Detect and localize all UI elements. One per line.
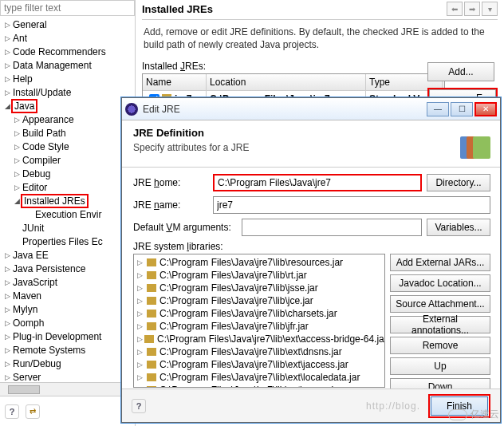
expand-icon[interactable]: ▷ bbox=[13, 170, 21, 178]
expand-icon[interactable]: ▷ bbox=[3, 360, 11, 368]
tree-item-java[interactable]: ◢Java bbox=[0, 99, 135, 112]
expand-icon[interactable]: ▷ bbox=[13, 156, 21, 164]
expand-icon[interactable]: ▷ bbox=[137, 310, 145, 318]
tree-item-run-debug[interactable]: ▷Run/Debug bbox=[0, 357, 135, 370]
forward-button[interactable]: ➡ bbox=[464, 2, 480, 16]
expand-icon[interactable]: ▷ bbox=[3, 34, 11, 42]
library-item[interactable]: ▷C:\Program Files\Java\jre7\lib\ext\jacc… bbox=[134, 358, 384, 371]
expand-icon[interactable]: ▷ bbox=[137, 271, 145, 279]
library-item[interactable]: ▷C:\Program Files\Java\jre7\lib\jfr.jar bbox=[134, 320, 384, 333]
back-button[interactable]: ⬅ bbox=[447, 2, 463, 16]
library-item[interactable]: ▷C:\Program Files\Java\jre7\lib\resource… bbox=[134, 256, 384, 269]
jre-home-input[interactable] bbox=[213, 174, 422, 191]
expand-icon[interactable]: ▷ bbox=[137, 348, 145, 356]
library-item[interactable]: ▷C:\Program Files\Java\jre7\lib\ext\dnsn… bbox=[134, 345, 384, 358]
filter-input[interactable] bbox=[0, 0, 135, 16]
add-button[interactable]: Add... bbox=[427, 62, 494, 81]
expand-icon[interactable]: ▷ bbox=[3, 306, 11, 314]
expand-icon[interactable]: ▷ bbox=[3, 48, 11, 56]
expand-icon[interactable]: ▷ bbox=[3, 251, 11, 259]
tree-item-general[interactable]: ▷General bbox=[0, 18, 135, 31]
tree-item-execution-envir[interactable]: Execution Envir bbox=[0, 207, 135, 221]
col-location[interactable]: Location bbox=[207, 74, 366, 90]
tree-item-data-management[interactable]: ▷Data Management bbox=[0, 58, 135, 72]
minimize-button[interactable]: — bbox=[427, 102, 449, 116]
dialog-titlebar[interactable]: Edit JRE — ☐ ✕ bbox=[122, 98, 500, 120]
tree-item-maven[interactable]: ▷Maven bbox=[0, 289, 135, 302]
tree-item-compiler[interactable]: ▷Compiler bbox=[0, 153, 135, 167]
expand-icon[interactable]: ▷ bbox=[3, 346, 11, 354]
expand-icon[interactable]: ▷ bbox=[137, 322, 145, 330]
expand-icon[interactable]: ▷ bbox=[3, 333, 11, 341]
tree-item-server[interactable]: ▷Server bbox=[0, 370, 135, 382]
expand-icon[interactable]: ▷ bbox=[13, 129, 21, 137]
expand-icon[interactable]: ▷ bbox=[13, 116, 21, 124]
tree-item-code-style[interactable]: ▷Code Style bbox=[0, 140, 135, 153]
tree-item-build-path[interactable]: ▷Build Path bbox=[0, 126, 135, 140]
expand-icon[interactable]: ▷ bbox=[137, 297, 145, 305]
expand-icon[interactable]: ◢ bbox=[3, 102, 11, 110]
menu-button[interactable]: ▾ bbox=[482, 2, 498, 16]
expand-icon[interactable]: ▷ bbox=[3, 292, 11, 300]
expand-icon[interactable]: ▷ bbox=[13, 143, 21, 151]
library-item[interactable]: ▷C:\Program Files\Java\jre7\lib\jsse.jar bbox=[134, 282, 384, 294]
lib-up-button[interactable]: Up bbox=[390, 357, 490, 375]
dialog-help-icon[interactable]: ? bbox=[132, 399, 146, 413]
expand-icon[interactable]: ▷ bbox=[3, 21, 11, 29]
tree-item-java-persistence[interactable]: ▷Java Persistence bbox=[0, 262, 135, 275]
expand-icon[interactable]: ▷ bbox=[3, 89, 11, 97]
expand-icon[interactable]: ◢ bbox=[13, 197, 21, 205]
system-libraries-list[interactable]: ▷C:\Program Files\Java\jre7\lib\resource… bbox=[133, 254, 385, 388]
variables-button[interactable]: Variables... bbox=[427, 219, 490, 236]
tree-item-mylyn[interactable]: ▷Mylyn bbox=[0, 302, 135, 316]
expand-icon[interactable]: ▷ bbox=[3, 75, 11, 83]
maximize-button[interactable]: ☐ bbox=[451, 102, 473, 116]
tree-item-debug[interactable]: ▷Debug bbox=[0, 167, 135, 180]
library-item[interactable]: ▷C:\Program Files\Java\jre7\lib\jce.jar bbox=[134, 294, 384, 307]
expand-icon[interactable]: ▷ bbox=[137, 361, 145, 369]
lib-remove-button[interactable]: Remove bbox=[390, 337, 490, 354]
tree-item-ant[interactable]: ▷Ant bbox=[0, 31, 135, 45]
add-external-jars-button[interactable]: Add External JARs... bbox=[390, 254, 490, 271]
expand-icon[interactable]: ▷ bbox=[3, 319, 11, 327]
tree-item-java-ee[interactable]: ▷Java EE bbox=[0, 248, 135, 262]
tree-item-plug-in-development[interactable]: ▷Plug-in Development bbox=[0, 329, 135, 343]
library-item[interactable]: ▷C:\Program Files\Java\jre7\lib\ext\loca… bbox=[134, 371, 384, 384]
tree-item-code-recommenders[interactable]: ▷Code Recommenders bbox=[0, 45, 135, 58]
tree-item-junit[interactable]: JUnit bbox=[0, 221, 135, 235]
help-icon[interactable]: ? bbox=[5, 404, 19, 419]
expand-icon[interactable]: ▷ bbox=[137, 335, 143, 343]
tree-item-editor[interactable]: ▷Editor bbox=[0, 180, 135, 194]
expand-icon[interactable]: ▷ bbox=[13, 183, 21, 191]
expand-icon[interactable]: ▷ bbox=[3, 373, 11, 381]
horizontal-scrollbar[interactable] bbox=[0, 382, 135, 396]
expand-icon[interactable]: ▷ bbox=[3, 61, 11, 69]
library-item[interactable]: ▷C:\Program Files\Java\jre7\lib\ext\acce… bbox=[134, 333, 384, 345]
tree-item-properties-files-ec[interactable]: Properties Files Ec bbox=[0, 235, 135, 248]
expand-icon[interactable]: ▷ bbox=[3, 265, 11, 273]
library-item[interactable]: ▷C:\Program Files\Java\jre7\lib\rt.jar bbox=[134, 269, 384, 282]
expand-icon[interactable]: ▷ bbox=[137, 284, 145, 292]
directory-button[interactable]: Directory... bbox=[427, 174, 490, 191]
expand-icon[interactable]: ▷ bbox=[137, 373, 145, 381]
tree-item-installed-jres[interactable]: ◢Installed JREs bbox=[0, 194, 135, 207]
expand-icon[interactable]: ▷ bbox=[137, 258, 145, 266]
expand-icon[interactable]: ▷ bbox=[137, 386, 145, 388]
tree-item-install-update[interactable]: ▷Install/Update bbox=[0, 85, 135, 99]
external-annotations-button[interactable]: External annotations... bbox=[390, 316, 490, 333]
tree-item-oomph[interactable]: ▷Oomph bbox=[0, 316, 135, 329]
expand-icon[interactable]: ▷ bbox=[3, 278, 11, 286]
import-export-icon[interactable]: ⇄ bbox=[26, 404, 40, 419]
library-item[interactable]: ▷C:\Program Files\Java\jre7\lib\charsets… bbox=[134, 307, 384, 320]
jre-name-input[interactable] bbox=[213, 196, 490, 214]
tree-item-javascript[interactable]: ▷JavaScript bbox=[0, 275, 135, 289]
javadoc-location-button[interactable]: Javadoc Location... bbox=[390, 274, 490, 292]
close-button[interactable]: ✕ bbox=[474, 102, 497, 116]
tree-item-appearance[interactable]: ▷Appearance bbox=[0, 112, 135, 126]
tree-item-remote-systems[interactable]: ▷Remote Systems bbox=[0, 343, 135, 357]
vm-args-input[interactable] bbox=[242, 219, 422, 236]
col-name[interactable]: Name bbox=[143, 74, 207, 90]
library-item[interactable]: ▷C:\Program Files\Java\jre7\lib\ext\sune… bbox=[134, 384, 384, 388]
source-attachment-button[interactable]: Source Attachment... bbox=[390, 295, 490, 313]
tree-item-help[interactable]: ▷Help bbox=[0, 72, 135, 85]
